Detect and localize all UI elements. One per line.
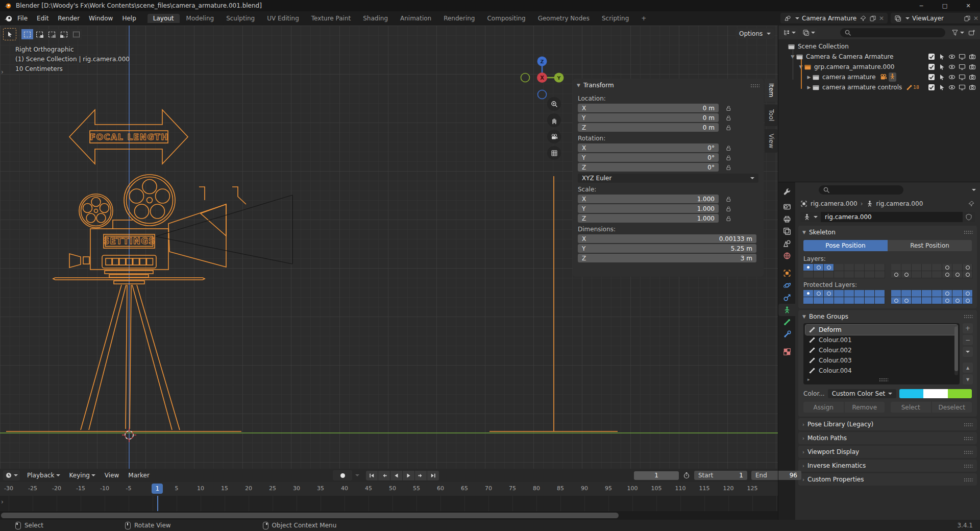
play-reverse-button[interactable]: [390, 471, 402, 480]
workspace-tab-uv-editing[interactable]: UV Editing: [261, 14, 305, 23]
topbar-menu-file[interactable]: File: [13, 11, 32, 26]
location-y-field[interactable]: Y0 m: [578, 113, 719, 122]
topbar-menu-render[interactable]: Render: [53, 11, 84, 26]
active-tool-tweak-button[interactable]: [3, 28, 16, 40]
layer-cell[interactable]: [901, 290, 912, 297]
add-bone-group-button[interactable]: +: [963, 323, 973, 333]
protected-layers-grid[interactable]: [798, 290, 977, 304]
layer-cell[interactable]: [901, 271, 912, 278]
current-frame-field[interactable]: 1: [634, 471, 679, 480]
play-button[interactable]: [403, 471, 414, 480]
bone-group-item[interactable]: Colour.002: [805, 345, 958, 355]
properties-tab-render[interactable]: [778, 201, 795, 213]
layer-cell[interactable]: [824, 271, 834, 278]
bone-group-item[interactable]: Colour.001: [805, 335, 958, 345]
layer-cell[interactable]: [865, 271, 875, 278]
layer-cell[interactable]: [844, 297, 854, 304]
layer-cell[interactable]: [932, 297, 942, 304]
rotation-z-field[interactable]: Z0°: [578, 163, 719, 172]
exclude-checkbox[interactable]: [928, 63, 935, 70]
datablock-name-field[interactable]: rig.camera.000: [821, 212, 963, 222]
layer-cell[interactable]: [854, 290, 865, 297]
panel-collapse-arrow[interactable]: ▼: [577, 83, 580, 88]
select-mode-subtract-button[interactable]: [46, 29, 58, 39]
timeline-expand-arrow[interactable]: ›: [1, 498, 4, 505]
layer-cell[interactable]: [814, 264, 824, 271]
layer-cell[interactable]: [824, 290, 834, 297]
outliner-row[interactable]: ▶camera armature: [778, 72, 980, 82]
layer-cell[interactable]: [854, 264, 865, 271]
scale-z-field[interactable]: Z1.000: [578, 214, 719, 223]
keying-set-dropdown[interactable]: [355, 474, 359, 476]
list-expand-arrow[interactable]: ▸: [807, 377, 810, 382]
copy-scene-icon[interactable]: [869, 15, 876, 22]
layer-cell[interactable]: [814, 297, 824, 304]
layer-cell[interactable]: [834, 297, 844, 304]
location-x-field[interactable]: X0 m: [578, 104, 719, 112]
timeline-menu-keying[interactable]: Keying: [65, 472, 100, 479]
panel-motion-paths[interactable]: ›Motion Paths: [798, 432, 977, 444]
list-resize-grip[interactable]: [879, 378, 888, 381]
layer-cell[interactable]: [963, 271, 973, 278]
maximize-button[interactable]: □: [933, 3, 957, 9]
playhead-line[interactable]: [157, 496, 158, 511]
rotation-mode-dropdown[interactable]: XYZ Euler: [578, 174, 758, 183]
panel-pose-library-legacy-[interactable]: ›Pose Library (Legacy): [798, 418, 977, 430]
layer-cell[interactable]: [942, 271, 952, 278]
disclosure-triangle[interactable]: ▶: [806, 75, 812, 80]
list-scrollbar[interactable]: [954, 326, 958, 375]
fake-user-toggle[interactable]: [963, 212, 975, 222]
layer-cell[interactable]: [952, 290, 963, 297]
hide-eye-icon[interactable]: [948, 84, 955, 91]
scale-y-field[interactable]: Y1.000: [578, 204, 719, 213]
disable-viewport-icon[interactable]: [959, 63, 966, 70]
bone-group-item[interactable]: Colour.004: [805, 366, 958, 376]
layer-cell[interactable]: [952, 271, 963, 278]
pan-button[interactable]: [547, 113, 561, 127]
panel-grip[interactable]: [964, 315, 973, 318]
layer-cell[interactable]: [844, 271, 854, 278]
jump-to-next-keyframe-button[interactable]: [415, 471, 427, 480]
lock-icon[interactable]: [725, 114, 732, 122]
select-mode-invert-button[interactable]: [58, 29, 70, 39]
panel-grip[interactable]: [964, 230, 973, 234]
select-button[interactable]: Select: [891, 402, 931, 413]
disable-viewport-icon[interactable]: [959, 74, 966, 81]
outliner-display-mode[interactable]: [781, 28, 798, 38]
armature-layers-grid[interactable]: [798, 264, 977, 278]
selectable-icon[interactable]: [938, 74, 945, 81]
bone-group-item[interactable]: Deform: [805, 325, 958, 335]
gizmo-minus-y-ball[interactable]: [521, 74, 530, 82]
selectable-icon[interactable]: [938, 84, 945, 91]
layer-cell[interactable]: [854, 297, 865, 304]
outliner-row[interactable]: Scene Collection: [778, 41, 980, 52]
auto-keying-toggle[interactable]: [333, 470, 352, 480]
layer-cell[interactable]: [922, 271, 932, 278]
properties-tab-tool[interactable]: [778, 185, 795, 198]
workspace-tab-compositing[interactable]: Compositing: [481, 14, 531, 23]
layer-cell[interactable]: [942, 297, 952, 304]
properties-tab-armature-data[interactable]: [778, 304, 795, 316]
select-mode-intersect-button[interactable]: [70, 29, 82, 39]
disclosure-triangle[interactable]: ▶: [806, 85, 812, 90]
layer-block-left[interactable]: [803, 290, 885, 304]
delete-view-layer-icon[interactable]: ✕: [973, 15, 978, 22]
color-swatch[interactable]: [923, 389, 947, 398]
delete-scene-icon[interactable]: ✕: [879, 15, 884, 22]
layer-cell[interactable]: [912, 264, 922, 271]
pin-id-icon[interactable]: [968, 200, 975, 207]
timeline-editor-type-button[interactable]: [3, 470, 20, 480]
timeline-tracks[interactable]: [0, 496, 778, 511]
layer-cell[interactable]: [891, 297, 901, 304]
layer-cell[interactable]: [834, 290, 844, 297]
bone-group-item[interactable]: Colour.003: [805, 355, 958, 366]
topbar-menu-window[interactable]: Window: [84, 11, 117, 26]
viewport-3d[interactable]: FOCAL LENGTH SETTINGS: [0, 26, 778, 469]
id-type-dropdown[interactable]: [800, 212, 821, 222]
sidebar-tab-tool[interactable]: Tool: [765, 105, 778, 126]
properties-tab-physics[interactable]: [778, 279, 795, 292]
jump-to-start-button[interactable]: [366, 471, 378, 480]
outliner-search-input[interactable]: [840, 28, 945, 37]
select-mode-extend-button[interactable]: [34, 29, 45, 39]
layer-cell[interactable]: [952, 264, 963, 271]
